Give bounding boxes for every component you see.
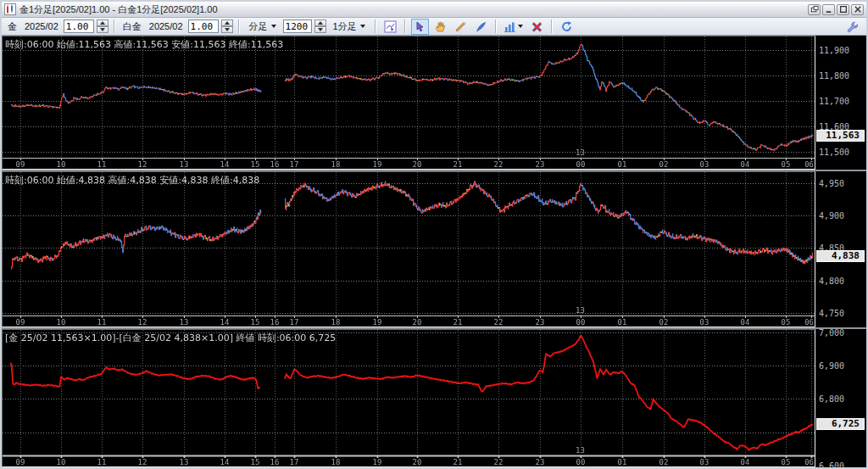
toolbar-separator [375,20,376,33]
chart-window: 金1分足[2025/02]1.00 - 白金1分足[2025/02]1.00 金… [0,0,868,469]
bar-type-label: 分足 [249,20,268,33]
chevron-down-icon [518,25,523,28]
titlebar[interactable]: 金1分足[2025/02]1.00 - 白金1分足[2025/02]1.00 [2,2,866,18]
spread-pane: [金 25/02 11,563×1.00]-[白金 25/02 4,838×1.… [2,329,866,467]
bar-type-dropdown[interactable]: 分足 [245,19,281,35]
gold-plot[interactable]: 時刻:06:00 始値:11,563 高値:11,563 安値:11,563 終… [2,36,815,170]
chevron-down-icon [360,25,365,28]
gold-symbol-label: 金 [5,20,19,33]
interval-label: 1分足 [333,20,357,33]
platinum-plot[interactable]: 時刻:06:00 始値:4,838 高値:4,838 安値:4,838 終値:4… [2,171,815,327]
pencil-icon[interactable] [452,19,470,35]
platinum-multiplier-input[interactable] [188,20,219,33]
spin-up-button[interactable] [314,20,326,26]
minimize-button[interactable] [822,4,835,15]
chart-cursor-icon[interactable] [381,19,399,35]
gold-multiplier-input[interactable] [64,20,94,33]
y-axis-label: 11,800 [819,71,849,81]
chart-area: 時刻:06:00 始値:11,563 高値:11,563 安値:11,563 終… [2,36,866,467]
toolbar-separator [404,20,406,33]
hand-icon[interactable] [431,19,449,35]
close-button[interactable] [851,4,864,15]
spread-price-axis: 7,0006,9006,8006,6006,725 [815,329,866,467]
gold-pane: 時刻:06:00 始値:11,563 高値:11,563 安値:11,563 終… [2,36,866,170]
spread-plot[interactable]: [金 25/02 11,563×1.00]-[白金 25/02 4,838×1.… [2,329,815,467]
wrench-icon[interactable] [843,19,861,35]
toolbar: 金 2025/02 白金 2025/02 分足 1分足 [2,18,866,36]
pointer-icon[interactable] [411,19,429,35]
y-axis-label: 4,800 [819,276,844,287]
bar-count-spinner[interactable] [314,20,326,33]
y-axis-label: 4,950 [819,179,844,189]
last-price-badge: 6,725 [816,418,865,430]
y-axis-label: 6,600 [819,461,844,467]
maximize-button[interactable] [837,4,849,15]
spin-up-button[interactable] [97,20,108,26]
platinum-contract-month: 2025/02 [147,21,186,31]
spin-down-button[interactable] [314,26,326,33]
platinum-price-axis: 4,9504,9004,8504,8004,7504,838 [815,171,866,327]
spin-down-button[interactable] [97,26,108,33]
gold-price-axis: 11,90011,80011,70011,60011,50011,563 [815,36,866,170]
y-axis-label: 11,700 [819,97,849,107]
y-axis-label: 7,000 [819,329,844,338]
y-axis-label: 6,900 [819,361,844,371]
chevron-down-icon [271,25,276,28]
bar-chart-icon[interactable] [502,19,526,35]
spin-up-button[interactable] [221,20,233,26]
y-axis-label: 11,500 [819,148,849,158]
toolbar-separator [495,20,497,33]
y-axis-label: 6,800 [819,394,844,405]
y-axis-label: 4,900 [819,211,844,221]
bar-count-input[interactable] [283,20,312,33]
delete-x-icon[interactable] [528,19,546,35]
app-icon [4,3,16,15]
last-price-badge: 4,838 [816,250,865,262]
spin-down-button[interactable] [221,26,233,33]
last-price-badge: 11,563 [816,130,865,142]
platinum-pane: 時刻:06:00 始値:4,838 高値:4,838 安値:4,838 終値:4… [2,171,866,327]
toolbar-separator [238,20,240,33]
refresh-icon[interactable] [558,19,576,35]
platinum-multiplier-spinner[interactable] [221,20,233,33]
platinum-symbol-label: 白金 [120,20,144,33]
new-window-button[interactable] [808,4,821,15]
gold-contract-month: 2025/02 [22,21,61,31]
interval-dropdown[interactable]: 1分足 [329,19,370,35]
quill-icon[interactable] [472,19,490,35]
toolbar-separator [114,20,115,33]
gold-multiplier-spinner[interactable] [97,20,108,33]
toolbar-separator [551,20,553,33]
y-axis-label: 4,750 [819,309,844,319]
y-axis-label: 11,900 [819,46,849,56]
window-title: 金1分足[2025/02]1.00 - 白金1分足[2025/02]1.00 [19,3,808,16]
